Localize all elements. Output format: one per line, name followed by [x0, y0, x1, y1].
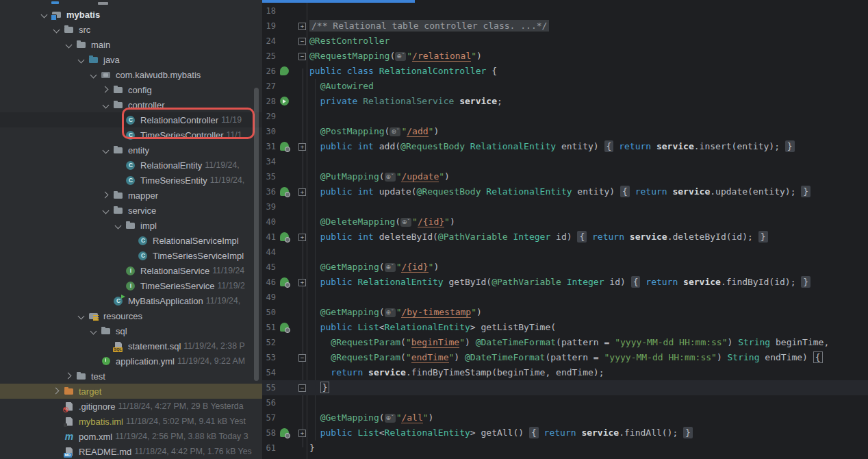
autowired-icon[interactable]: [280, 97, 289, 106]
tree-item-config[interactable]: config: [0, 82, 262, 97]
line-number[interactable]: 58: [262, 425, 276, 441]
editor-line-41[interactable]: 41+ public int deleteById(@PathVariable …: [262, 230, 868, 245]
chevron-closed-icon[interactable]: [51, 385, 63, 397]
tree-item-sql[interactable]: sql: [0, 323, 262, 338]
editor-line-45[interactable]: 45 @GetMapping(⊕ˇ"/{id}"): [262, 260, 868, 275]
editor-line-49[interactable]: 49: [262, 290, 868, 305]
editor-line-56[interactable]: 56: [262, 395, 868, 410]
editor-line-25[interactable]: 25−@RequestMapping(⊕ˇ"/relational"): [262, 49, 868, 64]
line-number[interactable]: 29: [262, 109, 276, 124]
chevron-open-icon[interactable]: [63, 38, 75, 51]
chevron-open-icon[interactable]: [100, 144, 112, 156]
line-number[interactable]: 25: [262, 49, 276, 64]
tree-item-statement-sql[interactable]: statement.sql11/19/24, 2:38 P: [0, 338, 262, 353]
chevron-open-icon[interactable]: [100, 204, 112, 216]
tree-scrollbar-thumb[interactable]: [254, 88, 259, 381]
editor-line-27[interactable]: 27 @Autowired: [262, 79, 868, 94]
chevron-closed-icon[interactable]: [63, 370, 75, 382]
editor-line-61[interactable]: 61}: [262, 441, 868, 456]
fold-plus-icon[interactable]: +: [298, 23, 306, 30]
tree-item-timeseriesentity[interactable]: CTimeSeriesEntity11/19/24,: [0, 173, 262, 188]
url-inlay-hint-icon[interactable]: ⊕ˇ: [385, 263, 396, 272]
tree-item-gitignore[interactable]: .gitignore11/18/24, 4:27 PM, 29 B Yester…: [0, 399, 262, 414]
url-inlay-hint-icon[interactable]: ⊕ˇ: [385, 414, 396, 423]
line-number[interactable]: 30: [262, 124, 276, 139]
line-number[interactable]: 35: [262, 169, 276, 184]
editor-line-18[interactable]: 18: [262, 3, 868, 18]
tree-item-impl[interactable]: impl: [0, 218, 262, 233]
request-mapping-icon[interactable]: [280, 232, 289, 241]
fold-minus-icon[interactable]: −: [298, 354, 306, 362]
tree-item-com-kaiwudb-mybatis[interactable]: com.kaiwudb.mybatis: [0, 67, 262, 82]
request-mapping-icon[interactable]: [280, 142, 289, 151]
editor-line-35[interactable]: 35 @PutMapping(⊕ˇ"/update"): [262, 169, 868, 184]
editor-line-51[interactable]: 51 public List<RelationalEntity> getList…: [262, 320, 868, 335]
editor-line-55[interactable]: 55− }: [262, 380, 868, 395]
tree-item-mybatis[interactable]: mybatis: [0, 7, 262, 22]
chevron-open-icon[interactable]: [88, 69, 100, 81]
tree-item-mybatisapplication[interactable]: CMyBatisApplication11/19/24,: [0, 293, 262, 308]
fold-plus-icon[interactable]: +: [298, 143, 306, 151]
line-number[interactable]: 26: [262, 64, 276, 79]
chevron-closed-icon[interactable]: [100, 189, 112, 201]
editor-line-29[interactable]: 29: [262, 109, 868, 124]
tree-item-mapper[interactable]: mapper: [0, 188, 262, 203]
url-inlay-hint-icon[interactable]: ⊕ˇ: [395, 52, 406, 61]
line-number[interactable]: 56: [262, 395, 276, 410]
url-inlay-hint-icon[interactable]: ⊕ˇ: [390, 127, 400, 136]
tree-item-main[interactable]: main: [0, 37, 262, 52]
editor-line-34[interactable]: 34: [262, 154, 868, 169]
editor-line-31[interactable]: 31+ public int add(@RequestBody Relation…: [262, 139, 868, 154]
line-number[interactable]: 53: [262, 350, 276, 365]
fold-plus-icon[interactable]: +: [298, 188, 306, 196]
line-number[interactable]: 55: [262, 380, 276, 395]
line-number[interactable]: 44: [262, 245, 276, 260]
line-number[interactable]: 24: [262, 34, 276, 49]
fold-minus-icon[interactable]: −: [298, 53, 306, 60]
editor-lines[interactable]: 1819+/** Relational table controller cla…: [262, 3, 868, 456]
tree-item-relationalentity[interactable]: CRelationalEntity11/19/24,: [0, 158, 262, 173]
line-number[interactable]: 41: [262, 230, 276, 245]
line-number[interactable]: 39: [262, 199, 276, 214]
chevron-closed-icon[interactable]: [100, 84, 112, 96]
editor-line-50[interactable]: 50 @GetMapping(⊕ˇ"/by-timestamp"): [262, 305, 868, 320]
chevron-open-icon[interactable]: [75, 53, 88, 66]
line-number[interactable]: 50: [262, 305, 276, 320]
tree-item-target[interactable]: target: [0, 384, 262, 399]
line-number[interactable]: 40: [262, 214, 276, 230]
url-inlay-hint-icon[interactable]: ⊕ˇ: [385, 308, 396, 317]
line-number[interactable]: 49: [262, 290, 276, 305]
editor-line-57[interactable]: 57 @GetMapping(⊕ˇ"/all"): [262, 410, 868, 425]
tree-item-mybatis-iml[interactable]: mybatis.iml11/18/24, 5:02 PM, 9.41 kB Ye…: [0, 414, 262, 429]
tree-item-test[interactable]: test: [0, 369, 262, 384]
fold-plus-icon[interactable]: +: [298, 279, 306, 286]
line-number[interactable]: 61: [262, 441, 276, 456]
editor-line-36[interactable]: 36+ public int update(@RequestBody Relat…: [262, 184, 868, 199]
tree-item-java[interactable]: java: [0, 52, 262, 67]
tree-item-entity[interactable]: entity: [0, 142, 262, 158]
line-number[interactable]: 34: [262, 154, 276, 169]
line-number[interactable]: 52: [262, 335, 276, 350]
tree-item-readme-md[interactable]: README.md11/18/24, 4:42 PM, 1.76 kB Yes: [0, 444, 262, 459]
chevron-open-icon[interactable]: [51, 23, 63, 36]
line-number[interactable]: 51: [262, 320, 276, 335]
tree-item-service[interactable]: service: [0, 203, 262, 218]
line-number[interactable]: 46: [262, 275, 276, 290]
editor-line-24[interactable]: 24−@RestController: [262, 34, 868, 49]
editor-line-44[interactable]: 44: [262, 245, 868, 260]
editor-line-54[interactable]: 54 return service.findByTimeStamp(beginT…: [262, 365, 868, 380]
chevron-open-icon[interactable]: [75, 310, 88, 322]
line-number[interactable]: 27: [262, 79, 276, 94]
line-number[interactable]: 31: [262, 139, 276, 154]
tree-item-src[interactable]: src: [0, 22, 262, 37]
line-number[interactable]: 57: [262, 410, 276, 425]
url-inlay-hint-icon[interactable]: ⊕ˇ: [385, 173, 396, 182]
url-inlay-hint-icon[interactable]: ⊕ˇ: [400, 218, 411, 227]
spring-bean-icon[interactable]: [280, 66, 289, 75]
request-mapping-icon[interactable]: [280, 323, 289, 332]
editor-line-26[interactable]: 26public class RelationalController {: [262, 64, 868, 79]
tree-item-resources[interactable]: resources: [0, 308, 262, 323]
tree-item-application-yml[interactable]: application.yml11/19/24, 9:22 AM: [0, 353, 262, 369]
chevron-open-icon[interactable]: [38, 8, 51, 21]
line-number[interactable]: 54: [262, 365, 276, 380]
